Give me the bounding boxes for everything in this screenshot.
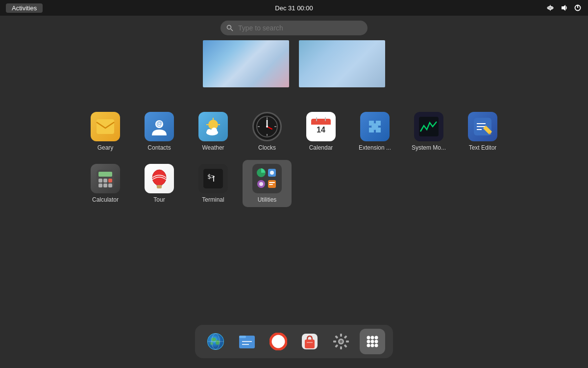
svg-point-27 bbox=[266, 126, 268, 128]
search-container bbox=[220, 21, 368, 35]
weather-icon bbox=[198, 112, 228, 141]
svg-marker-4 bbox=[562, 5, 565, 11]
activities-button[interactable]: Activities bbox=[6, 3, 43, 13]
app-clocks[interactable]: Clocks bbox=[243, 108, 292, 155]
svg-point-98 bbox=[367, 340, 370, 343]
app-extensions[interactable]: Extension ... bbox=[350, 108, 399, 155]
app-grid: Geary @ Contacts bbox=[78, 108, 510, 207]
svg-rect-30 bbox=[311, 122, 331, 125]
app-calculator[interactable]: Calculator bbox=[81, 160, 130, 207]
app-texteditor[interactable]: Text Editor bbox=[458, 108, 507, 155]
svg-rect-42 bbox=[98, 172, 112, 177]
terminal-label: Terminal bbox=[202, 196, 224, 203]
terminal-icon: $> bbox=[198, 164, 228, 193]
svg-point-86 bbox=[340, 340, 343, 343]
dock-allapps[interactable] bbox=[360, 329, 385, 354]
workspace-1[interactable] bbox=[202, 39, 290, 88]
search-input[interactable] bbox=[220, 21, 368, 35]
dock-help[interactable] bbox=[266, 329, 291, 354]
texteditor-icon bbox=[468, 112, 497, 141]
svg-text:@: @ bbox=[156, 120, 162, 127]
svg-point-68 bbox=[216, 340, 220, 345]
dock-settings[interactable] bbox=[328, 329, 354, 354]
svg-point-102 bbox=[371, 344, 374, 347]
svg-rect-43 bbox=[98, 179, 102, 183]
svg-rect-83 bbox=[305, 340, 315, 348]
weather-label: Weather bbox=[202, 144, 224, 151]
geary-icon bbox=[91, 112, 120, 141]
svg-text:14: 14 bbox=[317, 126, 325, 134]
svg-rect-81 bbox=[276, 333, 280, 350]
contacts-label: Contacts bbox=[147, 144, 171, 151]
top-bar: Activities Dec 31 00:00 bbox=[0, 0, 588, 16]
svg-rect-90 bbox=[344, 344, 347, 348]
app-contacts[interactable]: @ Contacts bbox=[135, 108, 184, 155]
tour-label: Tour bbox=[153, 196, 165, 203]
extension-icon bbox=[360, 112, 390, 141]
svg-rect-44 bbox=[103, 179, 107, 183]
svg-point-59 bbox=[270, 171, 274, 175]
svg-rect-48 bbox=[108, 184, 112, 187]
app-weather[interactable]: Weather bbox=[189, 108, 238, 155]
clock: Dec 31 00:00 bbox=[275, 4, 313, 12]
dock-software[interactable] bbox=[297, 329, 322, 354]
svg-rect-51 bbox=[157, 185, 162, 188]
app-utilities[interactable]: Utilities bbox=[243, 160, 292, 207]
svg-rect-56 bbox=[213, 176, 214, 182]
svg-point-101 bbox=[367, 344, 370, 347]
dock-browser[interactable] bbox=[203, 329, 228, 354]
texteditor-label: Text Editor bbox=[469, 144, 497, 151]
clocks-label: Clocks bbox=[258, 144, 276, 151]
svg-rect-34 bbox=[419, 117, 439, 136]
network-icon[interactable] bbox=[546, 3, 555, 12]
svg-rect-73 bbox=[239, 336, 246, 338]
sound-icon[interactable] bbox=[560, 3, 568, 12]
workspaces-area bbox=[202, 39, 386, 88]
svg-line-8 bbox=[231, 29, 233, 31]
svg-point-100 bbox=[375, 340, 378, 343]
calendar-label: Calendar bbox=[309, 144, 333, 151]
dock-files[interactable] bbox=[234, 329, 260, 354]
tour-icon bbox=[145, 164, 174, 193]
svg-point-96 bbox=[371, 336, 374, 340]
svg-rect-88 bbox=[344, 335, 347, 339]
svg-rect-92 bbox=[335, 344, 338, 348]
svg-rect-87 bbox=[340, 334, 342, 337]
svg-rect-9 bbox=[97, 119, 114, 134]
system-icons bbox=[546, 3, 582, 12]
svg-rect-46 bbox=[98, 184, 102, 187]
svg-rect-64 bbox=[269, 184, 273, 185]
app-calendar[interactable]: 14 Calendar bbox=[296, 108, 345, 155]
app-terminal[interactable]: $> Terminal bbox=[189, 160, 238, 207]
svg-point-61 bbox=[259, 182, 263, 186]
utilities-label: Utilities bbox=[258, 196, 277, 203]
calendar-icon: 14 bbox=[306, 112, 336, 141]
calculator-label: Calculator bbox=[92, 196, 119, 203]
extensions-label: Extension ... bbox=[359, 144, 391, 151]
svg-point-99 bbox=[371, 340, 374, 343]
utilities-icon bbox=[252, 164, 282, 193]
app-tour[interactable]: Tour bbox=[135, 160, 184, 207]
svg-point-19 bbox=[211, 128, 217, 133]
dock bbox=[195, 325, 393, 358]
svg-point-18 bbox=[207, 129, 212, 134]
clocks-icon bbox=[252, 112, 282, 141]
search-icon bbox=[226, 25, 233, 31]
svg-point-97 bbox=[375, 336, 378, 340]
calculator-icon bbox=[91, 164, 120, 193]
svg-rect-63 bbox=[269, 182, 275, 183]
app-sysmon[interactable]: System Mo... bbox=[404, 108, 453, 155]
sysmon-label: System Mo... bbox=[412, 144, 446, 151]
svg-rect-45 bbox=[108, 179, 112, 183]
svg-rect-47 bbox=[103, 184, 107, 187]
power-icon[interactable] bbox=[573, 3, 582, 12]
geary-label: Geary bbox=[98, 144, 114, 151]
contacts-icon: @ bbox=[145, 112, 174, 141]
svg-rect-91 bbox=[340, 346, 342, 349]
workspace-2[interactable] bbox=[298, 39, 386, 88]
svg-rect-89 bbox=[346, 341, 349, 342]
svg-rect-94 bbox=[335, 335, 338, 339]
svg-point-95 bbox=[367, 336, 370, 340]
app-geary[interactable]: Geary bbox=[81, 108, 130, 155]
sysmon-icon bbox=[414, 112, 443, 141]
